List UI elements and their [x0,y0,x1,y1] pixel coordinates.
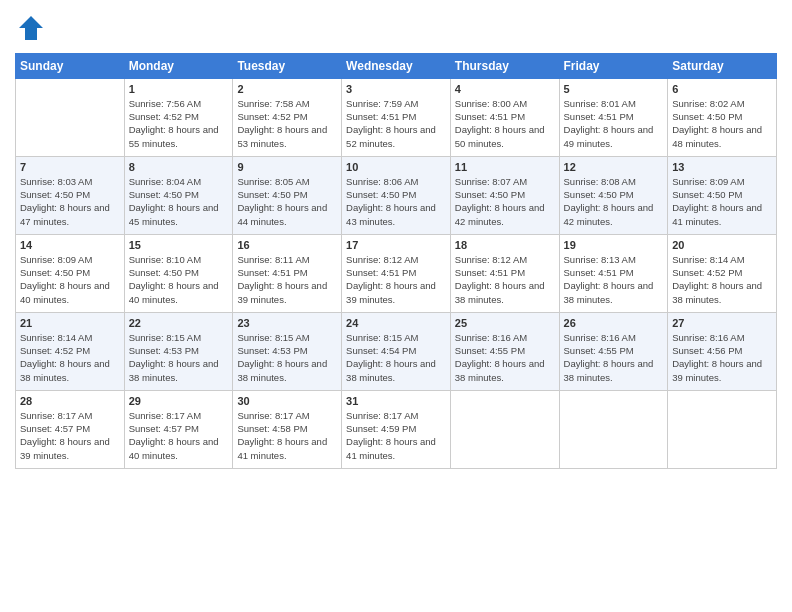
day-info: Sunrise: 8:08 AMSunset: 4:50 PMDaylight:… [564,175,664,228]
day-info: Sunrise: 8:17 AMSunset: 4:57 PMDaylight:… [20,409,120,462]
day-number: 6 [672,83,772,95]
day-info: Sunrise: 8:13 AMSunset: 4:51 PMDaylight:… [564,253,664,306]
calendar-cell: 19Sunrise: 8:13 AMSunset: 4:51 PMDayligh… [559,234,668,312]
calendar-cell: 31Sunrise: 8:17 AMSunset: 4:59 PMDayligh… [342,390,451,468]
calendar-cell: 28Sunrise: 8:17 AMSunset: 4:57 PMDayligh… [16,390,125,468]
day-info: Sunrise: 8:17 AMSunset: 4:57 PMDaylight:… [129,409,229,462]
page-container: SundayMondayTuesdayWednesdayThursdayFrid… [0,0,792,479]
day-number: 24 [346,317,446,329]
calendar-week-row: 7Sunrise: 8:03 AMSunset: 4:50 PMDaylight… [16,156,777,234]
day-number: 12 [564,161,664,173]
weekday-header: Monday [124,53,233,78]
day-info: Sunrise: 8:01 AMSunset: 4:51 PMDaylight:… [564,97,664,150]
day-number: 9 [237,161,337,173]
day-info: Sunrise: 8:11 AMSunset: 4:51 PMDaylight:… [237,253,337,306]
calendar-cell: 7Sunrise: 8:03 AMSunset: 4:50 PMDaylight… [16,156,125,234]
day-info: Sunrise: 8:07 AMSunset: 4:50 PMDaylight:… [455,175,555,228]
day-number: 27 [672,317,772,329]
calendar-cell: 17Sunrise: 8:12 AMSunset: 4:51 PMDayligh… [342,234,451,312]
day-info: Sunrise: 8:16 AMSunset: 4:55 PMDaylight:… [564,331,664,384]
day-number: 7 [20,161,120,173]
day-number: 20 [672,239,772,251]
calendar-cell [559,390,668,468]
day-info: Sunrise: 8:03 AMSunset: 4:50 PMDaylight:… [20,175,120,228]
day-number: 14 [20,239,120,251]
weekday-header: Wednesday [342,53,451,78]
calendar-cell: 20Sunrise: 8:14 AMSunset: 4:52 PMDayligh… [668,234,777,312]
header [15,10,777,47]
calendar-cell: 25Sunrise: 8:16 AMSunset: 4:55 PMDayligh… [450,312,559,390]
day-number: 15 [129,239,229,251]
weekday-header: Tuesday [233,53,342,78]
day-info: Sunrise: 8:00 AMSunset: 4:51 PMDaylight:… [455,97,555,150]
day-number: 5 [564,83,664,95]
day-number: 4 [455,83,555,95]
day-info: Sunrise: 8:12 AMSunset: 4:51 PMDaylight:… [346,253,446,306]
svg-marker-0 [19,16,43,40]
day-info: Sunrise: 8:12 AMSunset: 4:51 PMDaylight:… [455,253,555,306]
calendar-cell [16,78,125,156]
day-number: 26 [564,317,664,329]
day-number: 30 [237,395,337,407]
day-info: Sunrise: 8:15 AMSunset: 4:53 PMDaylight:… [129,331,229,384]
calendar-week-row: 1Sunrise: 7:56 AMSunset: 4:52 PMDaylight… [16,78,777,156]
day-number: 18 [455,239,555,251]
calendar-cell: 18Sunrise: 8:12 AMSunset: 4:51 PMDayligh… [450,234,559,312]
day-info: Sunrise: 8:15 AMSunset: 4:53 PMDaylight:… [237,331,337,384]
calendar-cell: 16Sunrise: 8:11 AMSunset: 4:51 PMDayligh… [233,234,342,312]
calendar-week-row: 14Sunrise: 8:09 AMSunset: 4:50 PMDayligh… [16,234,777,312]
calendar-cell: 22Sunrise: 8:15 AMSunset: 4:53 PMDayligh… [124,312,233,390]
calendar-cell: 13Sunrise: 8:09 AMSunset: 4:50 PMDayligh… [668,156,777,234]
logo-icon [17,14,45,42]
calendar-cell: 15Sunrise: 8:10 AMSunset: 4:50 PMDayligh… [124,234,233,312]
calendar-cell [450,390,559,468]
day-number: 25 [455,317,555,329]
day-number: 19 [564,239,664,251]
weekday-header: Friday [559,53,668,78]
logo [15,14,45,47]
day-info: Sunrise: 8:02 AMSunset: 4:50 PMDaylight:… [672,97,772,150]
day-info: Sunrise: 7:58 AMSunset: 4:52 PMDaylight:… [237,97,337,150]
day-info: Sunrise: 8:04 AMSunset: 4:50 PMDaylight:… [129,175,229,228]
calendar-cell: 8Sunrise: 8:04 AMSunset: 4:50 PMDaylight… [124,156,233,234]
calendar-cell: 27Sunrise: 8:16 AMSunset: 4:56 PMDayligh… [668,312,777,390]
day-number: 17 [346,239,446,251]
calendar-cell: 29Sunrise: 8:17 AMSunset: 4:57 PMDayligh… [124,390,233,468]
day-info: Sunrise: 8:05 AMSunset: 4:50 PMDaylight:… [237,175,337,228]
calendar-cell: 30Sunrise: 8:17 AMSunset: 4:58 PMDayligh… [233,390,342,468]
weekday-header-row: SundayMondayTuesdayWednesdayThursdayFrid… [16,53,777,78]
day-info: Sunrise: 8:14 AMSunset: 4:52 PMDaylight:… [20,331,120,384]
weekday-header: Thursday [450,53,559,78]
day-number: 3 [346,83,446,95]
weekday-header: Sunday [16,53,125,78]
weekday-header: Saturday [668,53,777,78]
calendar-cell: 21Sunrise: 8:14 AMSunset: 4:52 PMDayligh… [16,312,125,390]
day-number: 16 [237,239,337,251]
day-number: 1 [129,83,229,95]
day-number: 28 [20,395,120,407]
day-number: 31 [346,395,446,407]
calendar-cell: 26Sunrise: 8:16 AMSunset: 4:55 PMDayligh… [559,312,668,390]
calendar-cell: 4Sunrise: 8:00 AMSunset: 4:51 PMDaylight… [450,78,559,156]
day-info: Sunrise: 7:56 AMSunset: 4:52 PMDaylight:… [129,97,229,150]
calendar-cell: 5Sunrise: 8:01 AMSunset: 4:51 PMDaylight… [559,78,668,156]
calendar-cell: 14Sunrise: 8:09 AMSunset: 4:50 PMDayligh… [16,234,125,312]
calendar-cell: 9Sunrise: 8:05 AMSunset: 4:50 PMDaylight… [233,156,342,234]
day-number: 11 [455,161,555,173]
day-info: Sunrise: 8:06 AMSunset: 4:50 PMDaylight:… [346,175,446,228]
day-number: 21 [20,317,120,329]
day-number: 23 [237,317,337,329]
day-info: Sunrise: 8:14 AMSunset: 4:52 PMDaylight:… [672,253,772,306]
calendar-cell: 12Sunrise: 8:08 AMSunset: 4:50 PMDayligh… [559,156,668,234]
day-number: 13 [672,161,772,173]
day-info: Sunrise: 8:16 AMSunset: 4:56 PMDaylight:… [672,331,772,384]
day-info: Sunrise: 8:10 AMSunset: 4:50 PMDaylight:… [129,253,229,306]
calendar-cell: 23Sunrise: 8:15 AMSunset: 4:53 PMDayligh… [233,312,342,390]
day-info: Sunrise: 8:16 AMSunset: 4:55 PMDaylight:… [455,331,555,384]
day-info: Sunrise: 7:59 AMSunset: 4:51 PMDaylight:… [346,97,446,150]
day-number: 10 [346,161,446,173]
day-number: 22 [129,317,229,329]
calendar-cell: 3Sunrise: 7:59 AMSunset: 4:51 PMDaylight… [342,78,451,156]
day-info: Sunrise: 8:15 AMSunset: 4:54 PMDaylight:… [346,331,446,384]
calendar-cell: 24Sunrise: 8:15 AMSunset: 4:54 PMDayligh… [342,312,451,390]
